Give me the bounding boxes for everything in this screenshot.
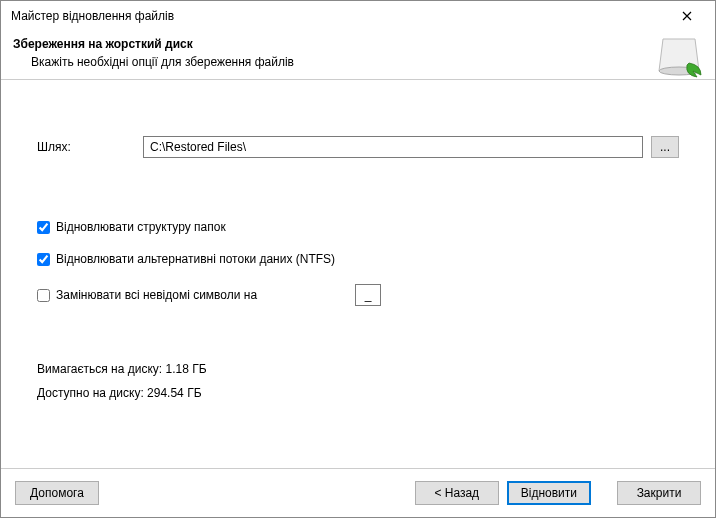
replace-symbol-input[interactable]: [355, 284, 381, 306]
hard-drive-icon: [657, 35, 705, 82]
window-title: Майстер відновлення файлів: [11, 9, 174, 23]
path-row: Шлях: ...: [37, 136, 679, 158]
options-group: Відновлювати структуру папок Відновлюват…: [37, 220, 679, 306]
page-title: Збереження на жорсткий диск: [13, 37, 703, 51]
restore-streams-label[interactable]: Відновлювати альтернативні потоки даних …: [56, 252, 335, 266]
wizard-header: Збереження на жорсткий диск Вкажіть необ…: [1, 31, 715, 80]
restore-structure-label[interactable]: Відновлювати структуру папок: [56, 220, 226, 234]
footer: Допомога < Назад Відновити Закрити: [1, 468, 715, 517]
browse-button[interactable]: ...: [651, 136, 679, 158]
disk-stats: Вимагається на диску: 1.18 ГБ Доступно н…: [37, 362, 679, 400]
replace-unknown-label[interactable]: Замінювати всі невідомі символи на: [56, 288, 257, 302]
restore-streams-checkbox[interactable]: [37, 253, 50, 266]
restore-structure-checkbox[interactable]: [37, 221, 50, 234]
replace-unknown-checkbox[interactable]: [37, 289, 50, 302]
option-replace-unknown: Замінювати всі невідомі символи на: [37, 284, 679, 306]
option-restore-streams: Відновлювати альтернативні потоки даних …: [37, 252, 679, 266]
close-icon[interactable]: [669, 5, 705, 27]
path-input[interactable]: [143, 136, 643, 158]
close-button[interactable]: Закрити: [617, 481, 701, 505]
available-space: Доступно на диску: 294.54 ГБ: [37, 386, 679, 400]
back-button[interactable]: < Назад: [415, 481, 499, 505]
required-space: Вимагається на диску: 1.18 ГБ: [37, 362, 679, 376]
titlebar: Майстер відновлення файлів: [1, 1, 715, 31]
option-restore-structure: Відновлювати структуру папок: [37, 220, 679, 234]
help-button[interactable]: Допомога: [15, 481, 99, 505]
restore-button[interactable]: Відновити: [507, 481, 591, 505]
page-subtitle: Вкажіть необхідні опції для збереження ф…: [31, 55, 703, 69]
path-label: Шлях:: [37, 140, 135, 154]
content-area: Шлях: ... Відновлювати структуру папок В…: [1, 80, 715, 468]
